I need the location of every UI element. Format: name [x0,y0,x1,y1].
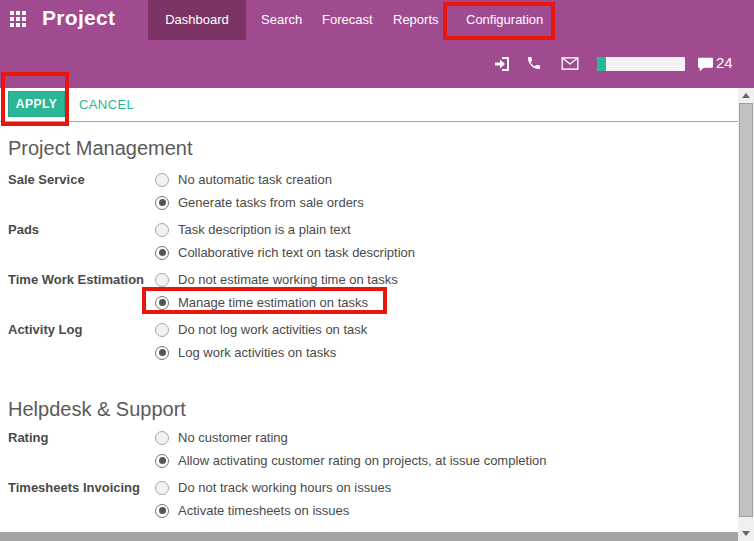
radio-option[interactable]: Task description is a plain text [155,218,415,241]
group-pads: Pads Task description is a plain text Co… [8,218,708,264]
radio-option[interactable]: Allow activating customer rating on proj… [155,449,547,472]
tab-forecast[interactable]: Forecast [322,0,373,40]
radio-label: Do not log work activities on task [178,322,367,337]
radio-button[interactable] [155,504,169,518]
radio-label: Collaborative rich text on task descript… [178,245,415,260]
radio-button[interactable] [155,431,169,445]
progress-bar-fill [597,57,606,71]
section-title-project-management: Project Management [8,137,193,160]
radio-button[interactable] [155,346,169,360]
app-title: Project [42,6,115,30]
radio-label: Manage time estimation on tasks [178,295,368,310]
tab-search[interactable]: Search [261,0,302,40]
radio-option[interactable]: No customer rating [155,426,547,449]
chat-count-badge[interactable]: 24 [716,54,733,71]
radio-option-manage-time-estimation[interactable]: Manage time estimation on tasks [155,291,398,314]
group-label: Timesheets Invoicing [8,476,155,522]
sign-in-icon[interactable] [494,56,510,72]
radio-option[interactable]: Collaborative rich text on task descript… [155,241,415,264]
radio-option[interactable]: Log work activities on tasks [155,341,367,364]
group-rating: Rating No customer rating Allow activati… [8,426,708,472]
radio-option[interactable]: Do not track working hours on issues [155,476,391,499]
scrollbar-up-arrow-icon[interactable] [742,93,750,98]
tab-dashboard[interactable]: Dashboard [148,0,246,40]
radio-label: Task description is a plain text [178,222,351,237]
radio-button[interactable] [155,173,169,187]
section-title-helpdesk-support: Helpdesk & Support [8,398,186,421]
group-sale-service: Sale Service No automatic task creation … [8,168,708,214]
group-label: Pads [8,218,155,264]
radio-button[interactable] [155,454,169,468]
apps-menu-icon[interactable] [10,11,26,27]
radio-label: Log work activities on tasks [178,345,336,360]
radio-label: Allow activating customer rating on proj… [178,453,547,468]
radio-option[interactable]: Do not log work activities on task [155,318,367,341]
tab-reports[interactable]: Reports [393,0,439,40]
radio-label: No customer rating [178,430,288,445]
group-timesheets-invoicing: Timesheets Invoicing Do not track workin… [8,476,708,522]
radio-label: Activate timesheets on issues [178,503,349,518]
progress-bar [597,57,685,71]
project-management-groups: Sale Service No automatic task creation … [8,168,708,368]
project-settings-screen: Project Dashboard Search Forecast Report… [0,0,754,541]
group-label: Sale Service [8,168,155,214]
envelope-icon[interactable] [561,57,579,70]
radio-button[interactable] [155,296,169,310]
group-time-work-estimation: Time Work Estimation Do not estimate wor… [8,268,708,314]
helpdesk-support-groups: Rating No customer rating Allow activati… [8,426,708,526]
vertical-scrollbar[interactable] [738,88,754,541]
group-label: Time Work Estimation [8,268,155,314]
cancel-link[interactable]: CANCEL [79,97,134,112]
scrollbar-down-arrow-icon[interactable] [742,531,750,536]
radio-button[interactable] [155,246,169,260]
phone-icon[interactable] [526,55,542,71]
group-label: Rating [8,426,155,472]
tab-configuration[interactable]: Configuration [466,0,543,40]
radio-option[interactable]: Do not estimate working time on tasks [155,268,398,291]
horizontal-scrollbar[interactable] [0,532,738,541]
group-label: Activity Log [8,318,155,364]
radio-button[interactable] [155,481,169,495]
radio-button[interactable] [155,196,169,210]
radio-label: No automatic task creation [178,172,332,187]
radio-button[interactable] [155,273,169,287]
app-header: Project Dashboard Search Forecast Report… [0,0,754,88]
vertical-scrollbar-thumb[interactable] [739,103,753,517]
radio-option[interactable]: Generate tasks from sale orders [155,191,364,214]
radio-option[interactable]: No automatic task creation [155,168,364,191]
radio-label: Do not track working hours on issues [178,480,391,495]
radio-label: Generate tasks from sale orders [178,195,364,210]
radio-label: Do not estimate working time on tasks [178,272,398,287]
radio-button[interactable] [155,323,169,337]
group-activity-log: Activity Log Do not log work activities … [8,318,708,364]
toolbar-divider [0,121,738,122]
chat-bubble-icon[interactable] [697,57,714,72]
apply-button[interactable]: APPLY [8,91,65,117]
radio-option[interactable]: Activate timesheets on issues [155,499,391,522]
radio-button[interactable] [155,223,169,237]
